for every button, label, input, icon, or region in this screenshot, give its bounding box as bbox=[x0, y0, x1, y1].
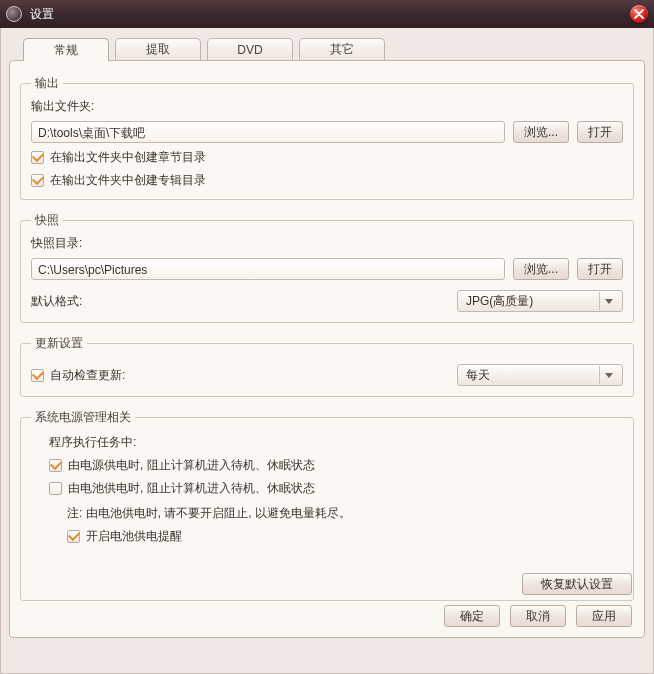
power-note: 注: 由电池供电时, 请不要开启阻止, 以避免电量耗尽。 bbox=[67, 505, 623, 522]
button-label: 打开 bbox=[588, 261, 612, 278]
checkbox-label: 自动检查更新: bbox=[50, 367, 125, 384]
checkbox-label: 在输出文件夹中创建章节目录 bbox=[50, 149, 206, 166]
checkbox-block-standby-battery[interactable]: 由电池供电时, 阻止计算机进入待机、休眠状态 bbox=[49, 480, 623, 497]
tab-general[interactable]: 常规 bbox=[23, 38, 109, 61]
power-heading: 程序执行任务中: bbox=[49, 434, 623, 451]
tab-dvd[interactable]: DVD bbox=[207, 38, 293, 60]
checkbox-label: 由电源供电时, 阻止计算机进入待机、休眠状态 bbox=[68, 457, 315, 474]
button-label: 浏览... bbox=[524, 124, 558, 141]
checkbox-icon bbox=[49, 482, 62, 495]
close-icon[interactable] bbox=[630, 5, 648, 23]
tab-extract[interactable]: 提取 bbox=[115, 38, 201, 60]
group-output: 输出 输出文件夹: D:\tools\桌面\下载吧 浏览... 打开 在输出文件… bbox=[20, 75, 634, 200]
dialog-footer: 确定 取消 应用 bbox=[444, 605, 632, 627]
output-folder-label: 输出文件夹: bbox=[31, 98, 623, 115]
snapshot-browse-button[interactable]: 浏览... bbox=[513, 258, 569, 280]
snapshot-folder-input[interactable]: C:\Users\pc\Pictures bbox=[31, 258, 505, 280]
checkbox-battery-remind[interactable]: 开启电池供电提醒 bbox=[67, 528, 623, 545]
button-label: 浏览... bbox=[524, 261, 558, 278]
checkbox-block-standby-ac[interactable]: 由电源供电时, 阻止计算机进入待机、休眠状态 bbox=[49, 457, 623, 474]
restore-defaults-wrap: 恢复默认设置 bbox=[522, 573, 632, 595]
button-label: 打开 bbox=[588, 124, 612, 141]
chevron-down-icon bbox=[599, 292, 618, 310]
button-label: 取消 bbox=[526, 608, 550, 625]
window-title: 设置 bbox=[30, 6, 630, 23]
group-legend: 更新设置 bbox=[31, 335, 87, 352]
restore-defaults-button[interactable]: 恢复默认设置 bbox=[522, 573, 632, 595]
app-icon bbox=[6, 6, 22, 22]
tab-other[interactable]: 其它 bbox=[299, 38, 385, 60]
tab-label: 提取 bbox=[146, 41, 170, 58]
snapshot-format-label: 默认格式: bbox=[31, 293, 449, 310]
snapshot-folder-label: 快照目录: bbox=[31, 235, 623, 252]
output-folder-input[interactable]: D:\tools\桌面\下载吧 bbox=[31, 121, 505, 143]
group-snapshot: 快照 快照目录: C:\Users\pc\Pictures 浏览... 打开 默… bbox=[20, 212, 634, 323]
checkbox-auto-update[interactable]: 自动检查更新: bbox=[31, 367, 449, 384]
input-value: D:\tools\桌面\下载吧 bbox=[38, 126, 145, 140]
checkbox-label: 开启电池供电提醒 bbox=[86, 528, 182, 545]
group-update: 更新设置 自动检查更新: 每天 bbox=[20, 335, 634, 397]
checkbox-icon bbox=[31, 174, 44, 187]
button-label: 确定 bbox=[460, 608, 484, 625]
group-legend: 快照 bbox=[31, 212, 63, 229]
titlebar: 设置 bbox=[0, 0, 654, 29]
checkbox-icon bbox=[31, 369, 44, 382]
checkbox-icon bbox=[49, 459, 62, 472]
checkbox-create-chapter-dir[interactable]: 在输出文件夹中创建章节目录 bbox=[31, 149, 623, 166]
window-body: 常规 提取 DVD 其它 输出 输出文件夹: D:\tools\桌面\下载吧 浏… bbox=[0, 28, 654, 674]
output-open-button[interactable]: 打开 bbox=[577, 121, 623, 143]
update-frequency-select[interactable]: 每天 bbox=[457, 364, 623, 386]
select-value: JPG(高质量) bbox=[466, 293, 599, 310]
tab-label: 常规 bbox=[54, 42, 78, 59]
button-label: 应用 bbox=[592, 608, 616, 625]
group-legend: 输出 bbox=[31, 75, 63, 92]
checkbox-icon bbox=[31, 151, 44, 164]
input-value: C:\Users\pc\Pictures bbox=[38, 263, 147, 277]
select-value: 每天 bbox=[466, 367, 599, 384]
snapshot-open-button[interactable]: 打开 bbox=[577, 258, 623, 280]
checkbox-create-album-dir[interactable]: 在输出文件夹中创建专辑目录 bbox=[31, 172, 623, 189]
output-browse-button[interactable]: 浏览... bbox=[513, 121, 569, 143]
checkbox-label: 在输出文件夹中创建专辑目录 bbox=[50, 172, 206, 189]
cancel-button[interactable]: 取消 bbox=[510, 605, 566, 627]
ok-button[interactable]: 确定 bbox=[444, 605, 500, 627]
tab-panel: 输出 输出文件夹: D:\tools\桌面\下载吧 浏览... 打开 在输出文件… bbox=[9, 60, 645, 638]
tab-label: DVD bbox=[237, 43, 262, 57]
chevron-down-icon bbox=[599, 366, 618, 384]
snapshot-format-select[interactable]: JPG(高质量) bbox=[457, 290, 623, 312]
checkbox-icon bbox=[67, 530, 80, 543]
tab-label: 其它 bbox=[330, 41, 354, 58]
apply-button[interactable]: 应用 bbox=[576, 605, 632, 627]
group-legend: 系统电源管理相关 bbox=[31, 409, 135, 426]
button-label: 恢复默认设置 bbox=[541, 576, 613, 593]
tab-bar: 常规 提取 DVD 其它 bbox=[23, 38, 645, 60]
checkbox-label: 由电池供电时, 阻止计算机进入待机、休眠状态 bbox=[68, 480, 315, 497]
